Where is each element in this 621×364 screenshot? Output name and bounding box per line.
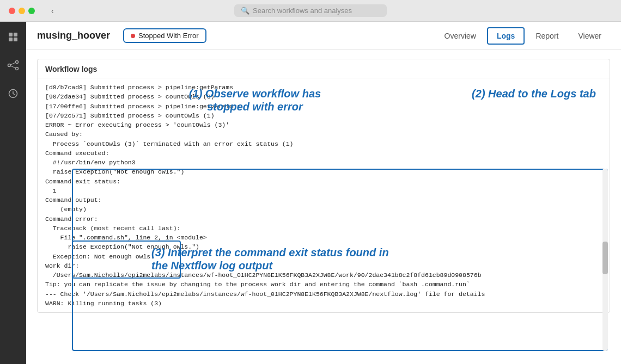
svg-point-6 (16, 67, 19, 70)
app-layout: musing_hoover Stopped With Error Overvie… (0, 22, 621, 364)
sidebar-icon-home[interactable] (4, 28, 22, 46)
svg-point-5 (16, 61, 19, 64)
titlebar-nav: ‹ (48, 5, 57, 16)
search-placeholder: Search workflows and analyses (253, 7, 352, 15)
svg-rect-0 (9, 33, 13, 36)
logs-scrollbar[interactable] (602, 169, 608, 351)
titlebar: ‹ 🔍 Search workflows and analyses (0, 0, 621, 22)
tab-report[interactable]: Report (527, 28, 567, 44)
status-badge: Stopped With Error (123, 28, 206, 43)
tab-logs[interactable]: Logs (487, 27, 525, 45)
logs-content[interactable]: [d8/b7cad8] Submitted process > pipeline… (38, 78, 610, 312)
logs-panel: Workflow logs [d8/b7cad8] Submitted proc… (37, 59, 610, 313)
logs-scrollbar-thumb[interactable] (602, 242, 608, 274)
traffic-lights (9, 8, 35, 14)
svg-rect-1 (14, 33, 17, 36)
page-header: musing_hoover Stopped With Error Overvie… (26, 22, 621, 50)
nav-tabs: Overview Logs Report Viewer (436, 27, 610, 45)
main-content: musing_hoover Stopped With Error Overvie… (26, 22, 621, 364)
content-area: (1) Observe workflow has stopped with er… (26, 50, 621, 364)
search-icon: 🔍 (241, 7, 249, 15)
status-dot (131, 34, 135, 38)
sidebar (0, 22, 26, 364)
tab-viewer[interactable]: Viewer (569, 28, 610, 44)
page-title: musing_hoover (37, 30, 110, 41)
maximize-button[interactable] (28, 8, 35, 14)
minimize-button[interactable] (19, 8, 25, 14)
svg-line-7 (11, 63, 16, 65)
status-label: Stopped With Error (138, 32, 199, 40)
tab-overview[interactable]: Overview (436, 28, 485, 44)
close-button[interactable] (9, 8, 15, 14)
svg-point-4 (8, 64, 11, 67)
logs-panel-title: Workflow logs (38, 59, 610, 78)
sidebar-icon-history[interactable] (4, 85, 22, 102)
svg-line-8 (11, 66, 16, 68)
svg-rect-3 (14, 38, 17, 41)
svg-rect-2 (9, 38, 13, 41)
back-button[interactable]: ‹ (48, 5, 57, 16)
sidebar-icon-workflows[interactable] (4, 57, 22, 74)
search-bar[interactable]: 🔍 Search workflows and analyses (234, 4, 387, 17)
